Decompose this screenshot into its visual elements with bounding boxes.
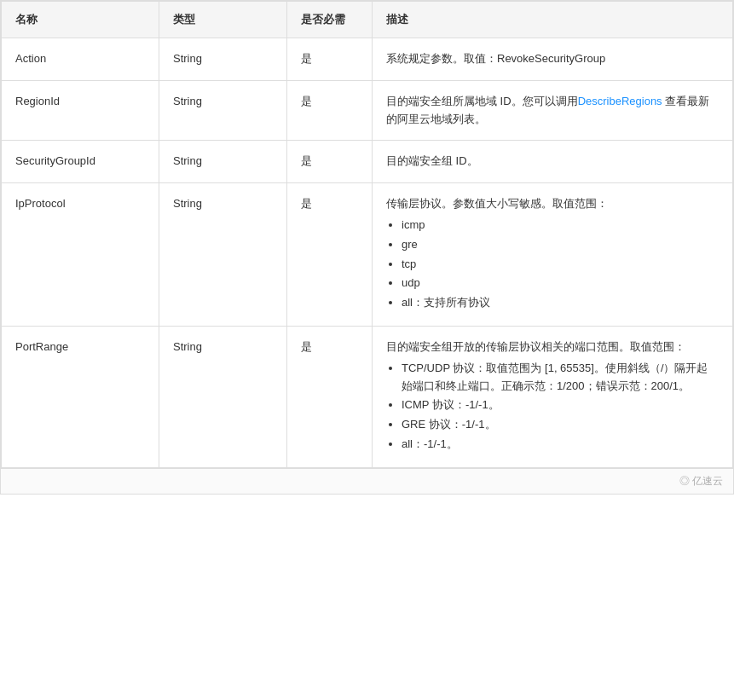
cell-type: String: [159, 183, 287, 327]
header-desc: 描述: [373, 2, 733, 38]
list-item: tcp: [402, 256, 719, 274]
table-row: ActionString是系统规定参数。取值：RevokeSecurityGro…: [2, 38, 733, 81]
cell-type: String: [159, 326, 287, 467]
header-type: 类型: [159, 2, 287, 38]
list-item: GRE 协议：-1/-1。: [402, 416, 719, 434]
cell-description: 系统规定参数。取值：RevokeSecurityGroup: [373, 38, 733, 81]
list-item: all：-1/-1。: [402, 436, 719, 454]
cell-description: 目的端安全组 ID。: [373, 141, 733, 183]
cell-type: String: [159, 80, 287, 141]
list-item: gre: [402, 236, 719, 254]
cell-name: RegionId: [2, 80, 159, 141]
cell-description: 传输层协议。参数值大小写敏感。取值范围：icmpgretcpudpall：支持所…: [373, 183, 733, 327]
cell-name: Action: [2, 38, 159, 81]
desc-list: icmpgretcpudpall：支持所有协议: [386, 217, 719, 312]
list-item: ICMP 协议：-1/-1。: [402, 396, 719, 414]
cell-name: PortRange: [2, 326, 159, 467]
list-item: all：支持所有协议: [402, 294, 719, 312]
cell-required: 是: [287, 141, 373, 183]
table-row: SecurityGroupIdString是目的端安全组 ID。: [2, 141, 733, 183]
watermark: ◎ 亿速云: [0, 469, 734, 495]
desc-list: TCP/UDP 协议：取值范围为 [1, 65535]。使用斜线（/）隔开起始端…: [386, 360, 719, 454]
desc-link[interactable]: DescribeRegions: [578, 95, 662, 107]
cell-type: String: [159, 38, 287, 81]
desc-intro: 目的端安全组开放的传输层协议相关的端口范围。取值范围：: [386, 340, 685, 353]
table-row: IpProtocolString是传输层协议。参数值大小写敏感。取值范围：icm…: [2, 183, 733, 327]
table-row: PortRangeString是目的端安全组开放的传输层协议相关的端口范围。取值…: [2, 326, 733, 467]
cell-description: 目的端安全组所属地域 ID。您可以调用DescribeRegions 查看最新的…: [373, 80, 733, 141]
table-row: RegionIdString是目的端安全组所属地域 ID。您可以调用Descri…: [2, 80, 733, 141]
cell-name: IpProtocol: [2, 183, 159, 327]
cell-description: 目的端安全组开放的传输层协议相关的端口范围。取值范围：TCP/UDP 协议：取值…: [373, 326, 733, 467]
list-item: icmp: [402, 217, 719, 234]
cell-name: SecurityGroupId: [2, 141, 159, 183]
list-item: udp: [402, 275, 719, 292]
cell-required: 是: [287, 326, 373, 467]
cell-required: 是: [287, 38, 373, 81]
table-header-row: 名称 类型 是否必需 描述: [2, 2, 733, 38]
header-required: 是否必需: [287, 2, 373, 38]
cell-type: String: [159, 141, 287, 183]
desc-text-before: 目的端安全组所属地域 ID。您可以调用: [386, 95, 578, 107]
list-item: TCP/UDP 协议：取值范围为 [1, 65535]。使用斜线（/）隔开起始端…: [402, 360, 719, 396]
cell-required: 是: [287, 80, 373, 141]
header-name: 名称: [2, 2, 159, 38]
desc-intro: 传输层协议。参数值大小写敏感。取值范围：: [386, 197, 608, 210]
cell-required: 是: [287, 183, 373, 327]
params-table: 名称 类型 是否必需 描述 ActionString是系统规定参数。取值：Rev…: [0, 0, 734, 469]
